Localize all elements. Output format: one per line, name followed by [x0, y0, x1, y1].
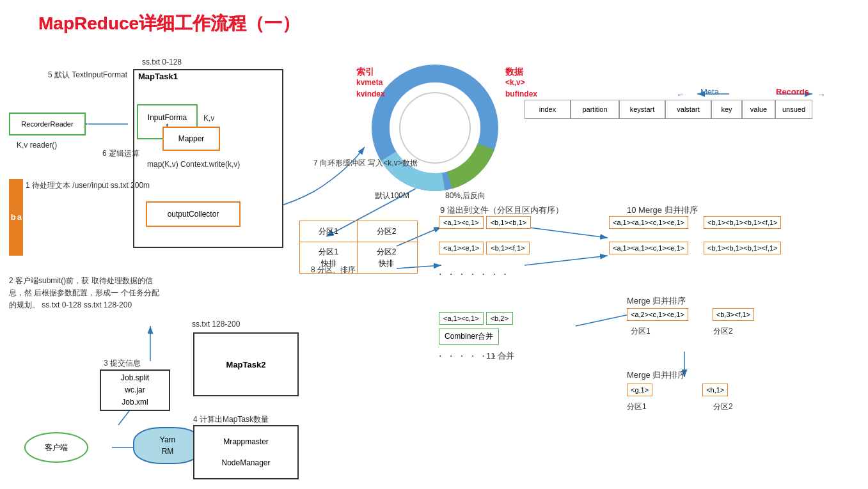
maptask1-label: MapTask1 [138, 72, 178, 81]
merge-a1a1c1e1-2: <a,1><a,1><c,1><e,1> [609, 242, 688, 254]
percent80-label: 80%,后反向 [445, 190, 485, 201]
sstxt-0128-label: ss.txt 0-128 [142, 58, 182, 66]
records-label: Records [776, 87, 809, 97]
step3-label: 3 提交信息 [104, 358, 141, 369]
svg-line-15 [525, 256, 608, 265]
tbl-value: value [742, 100, 775, 119]
mrapp-box: Mrappmaster NodeManager [193, 425, 299, 479]
part1-top: 分区1 [300, 221, 358, 242]
merge-a1a1c1e1: <a,1><a,1><c,1><e,1> [609, 216, 688, 229]
letter-a: a [17, 212, 22, 223]
data-label: 数据 [505, 66, 523, 78]
merge2-left: <a,2><c,1><e,1> [627, 308, 688, 321]
merge-b1b1b1f1-2: <b,1><b,1><b,1><f,1> [704, 242, 782, 254]
letter-a2: a [0, 212, 4, 223]
meta-label: Meta [700, 87, 719, 97]
job-split-box: Job.splitwc.jarJob.xml [100, 369, 170, 411]
step7-label: 7 向环形缓冲区 写入<k,v>数据 [313, 157, 418, 169]
part2-top: 分区2 [358, 221, 415, 242]
mrapp-label: Mrappmaster [223, 437, 269, 446]
step1-label: 1 待处理文本 /user/input ss.txt 200m [26, 179, 150, 192]
spill-a1e1: <a,1><e,1> [439, 242, 484, 254]
output-collector-box: outputCollector [146, 201, 241, 227]
job-split-label: Job.splitwc.jarJob.xml [121, 372, 149, 409]
merge-row2: <a,1><a,1><c,1><e,1> <b,1><b,1><b,1><f,1… [609, 242, 781, 254]
spill-b1b1: <b,1><b,1> [486, 216, 531, 229]
kv-out-label: K,v [203, 114, 214, 123]
mapper-box: Mapper [162, 127, 220, 151]
kvindex-label: kvindex [356, 89, 385, 98]
step6-label: 6 逻辑运算 [102, 148, 139, 159]
svg-line-14 [525, 227, 608, 238]
step8-label: 8 分区、排序 [311, 265, 356, 276]
spill-a1c1: <a,1><c,1> [439, 216, 484, 229]
spill-dots: · · · · · · · [439, 268, 509, 280]
client-oval: 客户端 [24, 432, 88, 463]
recorder-reader-box: RecorderReader [9, 113, 86, 136]
final-h1: <h,1> [702, 384, 728, 396]
final-merge-label: Merge 归并排序 [627, 369, 686, 381]
index-label: 索引 [356, 66, 374, 78]
combiner-row: <a,1><c,1> <b,2> [439, 312, 513, 325]
combiner-label: Combiner合并 [439, 329, 499, 345]
merge2-p1-label: 分区1 [631, 326, 651, 337]
yarn-text: YarnRM [160, 434, 175, 457]
step4-label: 4 计算出MapTask数量 [193, 414, 269, 425]
tbl-valstart: valstart [665, 100, 711, 119]
merge2-row: <a,2><c,1><e,1> <b,3><f,1> [627, 308, 754, 321]
client-label: 客户端 [45, 442, 68, 453]
meta-arrow-left: ← [676, 89, 685, 100]
records-arrow-right: → [817, 89, 826, 100]
merge-b1b1b1f1: <b,1><b,1><b,1><f,1> [704, 216, 782, 229]
letter-b: b [11, 212, 16, 223]
main-title: MapReduce详细工作流程（一） [38, 12, 300, 36]
part2-quick: 分区2快排 [358, 242, 415, 273]
sidebar-strip: a b c a b ... [9, 179, 23, 256]
bottom-dots: · · · · · · · [439, 350, 509, 362]
recorder-reader-label: RecorderReader [21, 120, 73, 128]
merge2-p2-label: 分区2 [713, 326, 733, 337]
combiner-b2: <b,2> [486, 312, 513, 325]
donut-chart [371, 64, 499, 192]
final-p1-label: 分区1 [627, 401, 647, 412]
merge2-right: <b,3><f,1> [713, 308, 754, 321]
step10-label: 10 Merge 归并排序 [627, 205, 698, 216]
mapper-label: Mapper [178, 134, 205, 143]
tbl-index: index [525, 100, 571, 119]
bufindex-label: bufindex [505, 89, 537, 98]
step9-label: 9 溢出到文件（分区且区内有序） [440, 205, 564, 216]
merge2-label: Merge 归并排序 [627, 295, 686, 307]
final-p2-label: 分区2 [713, 401, 733, 412]
output-collector-label: outputCollector [168, 210, 219, 219]
spill-row1: <a,1><c,1> <b,1><b,1> [439, 216, 531, 229]
kvmeta-label: kvmeta [356, 78, 383, 87]
tbl-unsued: unsued [775, 100, 812, 119]
kv-data-label: <k,v> [505, 78, 525, 87]
combiner-a1c1: <a,1><c,1> [439, 312, 484, 325]
tbl-keystart: keystart [619, 100, 665, 119]
tbl-partition: partition [571, 100, 619, 119]
sstxt-128200-label: ss.txt 128-200 [192, 320, 240, 329]
final-g1: <g,1> [627, 384, 652, 396]
letter-c: c [5, 212, 10, 223]
tbl-key: key [711, 100, 742, 119]
nodemanager-label: NodeManager [221, 458, 270, 467]
spill-row2: <a,1><e,1> <b,1><f,1> [439, 242, 530, 254]
yarn-cloud-shape: YarnRM [133, 427, 202, 464]
table-area: index partition keystart valstart key va… [525, 100, 812, 119]
spill-b1f1: <b,1><f,1> [486, 242, 529, 254]
merge-row1: <a,1><a,1><c,1><e,1> <b,1><b,1><b,1><f,1… [609, 216, 781, 229]
maptask2-label: MapTask2 [226, 360, 266, 369]
maptask2-box: MapTask2 [193, 332, 299, 396]
map-func-label: map(K,v) Context.write(k,v) [147, 159, 240, 171]
step2-label: 2 客户端submit()前，获 取待处理数据的信息，然 后根据参数配置，形成一… [9, 275, 162, 312]
final-row: <g,1> <h,1> [627, 384, 728, 396]
step5-label: 5 默认 TextInputFormat [48, 69, 127, 81]
default100m-label: 默认100M [375, 190, 409, 201]
kv-reader-label: K,v reader() [17, 139, 57, 151]
